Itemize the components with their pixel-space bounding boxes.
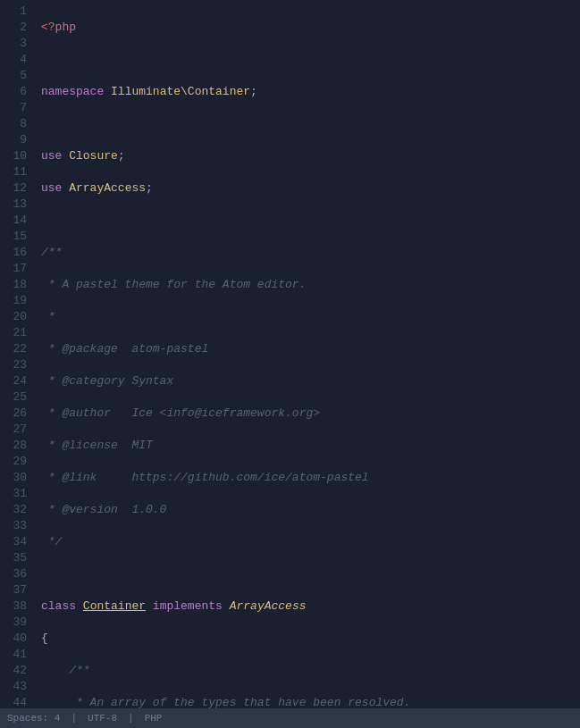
line-14: * @license MIT	[41, 438, 580, 454]
line-7	[41, 213, 580, 229]
line-10: *	[41, 309, 580, 325]
line-4	[41, 116, 580, 132]
line-22: * An array of the types that have been r…	[41, 695, 580, 708]
line-16: * @version 1.0.0	[41, 502, 580, 518]
bottom-bar: Spaces: 4 | UTF-8 | PHP	[0, 708, 580, 728]
line-13: * @author Ice <info@iceframework.org>	[41, 406, 580, 422]
line-12: * @category Syntax	[41, 373, 580, 389]
line-18	[41, 566, 580, 582]
line-20: {	[41, 631, 580, 647]
language-label: PHP	[145, 710, 163, 726]
code-editor: 1 2 3 4 5 6 7 8 9 10 11 12 13 14 15 16 1…	[0, 0, 580, 728]
line-8: /**	[41, 245, 580, 261]
line-1: <?php	[41, 20, 580, 36]
line-17: */	[41, 534, 580, 550]
line-3: namespace Illuminate\Container;	[41, 84, 580, 100]
line-9: * A pastel theme for the Atom editor.	[41, 277, 580, 293]
line-2	[41, 52, 580, 68]
spaces-label: Spaces: 4	[7, 710, 60, 726]
line-11: * @package atom-pastel	[41, 341, 580, 357]
line-5: use Closure;	[41, 148, 580, 164]
line-21: /**	[41, 663, 580, 679]
line-15: * @link https://github.com/ice/atom-past…	[41, 470, 580, 486]
line-numbers: 1 2 3 4 5 6 7 8 9 10 11 12 13 14 15 16 1…	[0, 0, 34, 708]
code-area: 1 2 3 4 5 6 7 8 9 10 11 12 13 14 15 16 1…	[0, 0, 580, 708]
line-6: use ArrayAccess;	[41, 180, 580, 197]
line-19: class Container implements ArrayAccess	[41, 598, 580, 615]
encoding-label: UTF-8	[88, 710, 117, 726]
code-content: <?php namespace Illuminate\Container; us…	[34, 0, 580, 708]
